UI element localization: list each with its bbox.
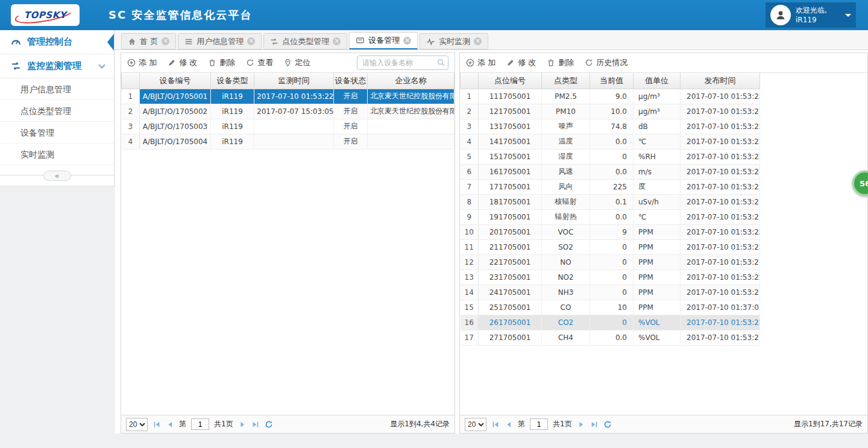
table-row[interactable]: 3A/BJLT/O/1705003iR119开启 <box>122 119 454 134</box>
col-company-name[interactable]: 企业名称 <box>368 73 454 89</box>
prev-page-button[interactable] <box>505 420 513 429</box>
col-monitor-time[interactable]: 监测时间 <box>254 73 334 89</box>
table-row[interactable]: 8181705001核辐射0.1uSv/h2017-07-10 01:53:21 <box>461 194 760 209</box>
col-point-type[interactable]: 点类型 <box>542 73 590 89</box>
table-row[interactable]: 15251705001CO10PPM2017-07-10 01:37:01 <box>461 300 760 315</box>
table-row[interactable]: 14241705001NH30PPM2017-07-10 01:53:21 <box>461 285 760 300</box>
table-row[interactable]: 11211705001SO20PPM2017-07-10 01:53:22 <box>461 239 760 254</box>
table-row[interactable]: 17271705001CH40.0%VOL2017-07-10 01:53:21 <box>461 330 760 345</box>
reload-button[interactable] <box>265 420 273 429</box>
locate-button[interactable]: 定位 <box>284 57 310 68</box>
table-row[interactable]: 10201705001VOC9PPM2017-07-10 01:53:22 <box>461 224 760 239</box>
table-row[interactable]: 9191705001辐射热0.0℃2017-07-10 01:53:21 <box>461 209 760 224</box>
edit-button[interactable]: 修 改 <box>506 57 536 68</box>
sidebar-item-realtime[interactable]: 实时监测 <box>0 144 114 165</box>
close-icon[interactable]: × <box>474 37 482 45</box>
tab-label: 用户信息管理 <box>197 36 244 47</box>
row-index: 4 <box>122 134 140 149</box>
sidebar-item-console[interactable]: 管理控制台 <box>0 30 114 54</box>
tab-point-type-management[interactable]: 点位类型管理 × <box>263 33 347 49</box>
next-page-button[interactable] <box>577 420 585 429</box>
delete-button[interactable]: 删除 <box>547 57 574 68</box>
locate-label: 定位 <box>295 57 310 68</box>
cell: PPM <box>634 254 681 270</box>
page-number-input[interactable] <box>530 418 548 430</box>
table-row[interactable]: 13231705001NO20PPM2017-07-10 01:53:22 <box>461 270 760 285</box>
cell: 2017-07-10 01:53:22 <box>681 119 760 134</box>
edit-button[interactable]: 修 改 <box>168 57 197 68</box>
chevron-down-icon[interactable] <box>845 14 851 20</box>
table-row[interactable]: 2A/BJLT/O/1705002iR1192017-07-07 15:03:0… <box>122 104 454 119</box>
col-device-type[interactable]: 设备类型 <box>211 73 254 89</box>
table-row[interactable]: 1111705001PM2.59.0μg/m³2017-07-10 01:53:… <box>461 89 760 104</box>
col-current-value[interactable]: 当前值 <box>590 73 634 89</box>
table-row[interactable]: 6161705001风速0.0m/s2017-07-10 01:53:21 <box>461 164 760 179</box>
first-page-button[interactable] <box>153 420 161 429</box>
col-device-id[interactable]: 设备编号 <box>140 73 211 89</box>
next-page-button[interactable] <box>238 420 247 429</box>
table-row[interactable]: 5151705001湿度0%RH2017-07-10 01:53:22 <box>461 149 760 164</box>
table-row[interactable]: 12221705001NO0PPM2017-07-10 01:53:21 <box>461 254 760 270</box>
prev-page-button[interactable] <box>166 420 174 429</box>
col-publish-time[interactable]: 发布时间 <box>681 73 760 89</box>
col-value-unit[interactable]: 值单位 <box>634 73 681 89</box>
cell: 181705001 <box>479 194 542 209</box>
table-row[interactable]: 4141705001温度0.0℃2017-07-10 01:53:22 <box>461 134 760 149</box>
row-index: 1 <box>122 89 140 104</box>
plus-circle-icon <box>127 58 136 67</box>
add-button[interactable]: 添 加 <box>466 57 495 68</box>
add-button[interactable]: 添 加 <box>127 57 157 68</box>
table-row[interactable]: 16261705001CO20%VOL2017-07-10 01:53:22 <box>461 315 760 330</box>
device-search-input[interactable] <box>357 55 448 70</box>
sidebar-item-user-info[interactable]: 用户信息管理 <box>0 78 114 100</box>
sidebar-item-monitor-management[interactable]: 监控监测管理 <box>0 54 114 78</box>
reload-button[interactable] <box>603 420 612 429</box>
pulse-icon <box>426 37 435 46</box>
tab-home[interactable]: 首 页 × <box>121 33 176 49</box>
cell: 2017-07-10 01:53:21 <box>681 194 760 209</box>
collapse-sidebar-button[interactable]: « <box>43 171 71 181</box>
cell: 0 <box>590 239 634 254</box>
close-icon[interactable]: × <box>247 37 255 45</box>
row-index: 6 <box>461 164 479 179</box>
tab-realtime-monitor[interactable]: 实时监测 × <box>420 33 488 49</box>
close-icon[interactable]: × <box>403 37 411 45</box>
sidebar-item-point-type[interactable]: 点位类型管理 <box>0 100 114 122</box>
device-table: 设备编号 设备类型 监测时间 设备状态 企业名称 1A/BJLT/O/17050… <box>121 73 454 150</box>
sidebar-item-label: 监控监测管理 <box>27 60 81 72</box>
table-row[interactable]: 7171705001风向225度2017-07-10 01:53:21 <box>461 179 760 194</box>
close-icon[interactable]: × <box>333 37 341 45</box>
col-point-id[interactable]: 点位编号 <box>479 73 542 89</box>
first-page-button[interactable] <box>491 420 500 429</box>
page-size-select[interactable]: 20 <box>126 418 148 431</box>
page-number-input[interactable] <box>191 418 209 430</box>
chevron-down-icon[interactable] <box>98 62 105 68</box>
user-menu[interactable]: 欢迎光临, iR119 <box>766 2 856 28</box>
last-page-button[interactable] <box>590 420 599 429</box>
table-row[interactable]: 4A/BJLT/O/1705004iR119开启 <box>122 134 454 149</box>
close-icon[interactable]: × <box>162 37 169 45</box>
cell: A/BJLT/O/1705003 <box>140 119 211 134</box>
history-button[interactable]: 历史情况 <box>585 57 627 68</box>
tab-label: 点位类型管理 <box>282 36 329 47</box>
row-index: 12 <box>461 254 479 270</box>
delete-button[interactable]: 删除 <box>208 57 235 68</box>
view-button[interactable]: 查看 <box>246 57 273 68</box>
table-row[interactable]: 1A/BJLT/O/1705001iR1192017-07-10 01:53:2… <box>122 89 454 104</box>
page-size-select[interactable]: 20 <box>465 418 486 431</box>
row-index: 9 <box>461 209 479 224</box>
cell: 北京麦天世纪控股股份有限公司 <box>368 89 454 104</box>
table-row[interactable]: 2121705001PM1010.0μg/m³2017-07-10 01:53:… <box>461 104 760 119</box>
monitor-pagination: 20 第 共1页 显示1到17,共17记录 <box>460 415 867 433</box>
tab-device-management[interactable]: 设备管理 × <box>349 32 418 49</box>
tab-user-info-management[interactable]: 用户信息管理 × <box>178 33 262 49</box>
search-icon[interactable] <box>436 58 445 67</box>
cell: 开启 <box>334 104 368 119</box>
tab-bar: 首 页 × 用户信息管理 × 点位类型管理 × 设备管理 × 实时监测 <box>115 30 868 50</box>
sidebar-item-device[interactable]: 设备管理 <box>0 122 114 144</box>
col-index <box>461 73 479 89</box>
cell: PPM <box>634 224 681 239</box>
table-row[interactable]: 3131705001噪声74.8dB2017-07-10 01:53:22 <box>461 119 760 134</box>
last-page-button[interactable] <box>251 420 260 429</box>
col-device-status[interactable]: 设备状态 <box>334 73 368 89</box>
